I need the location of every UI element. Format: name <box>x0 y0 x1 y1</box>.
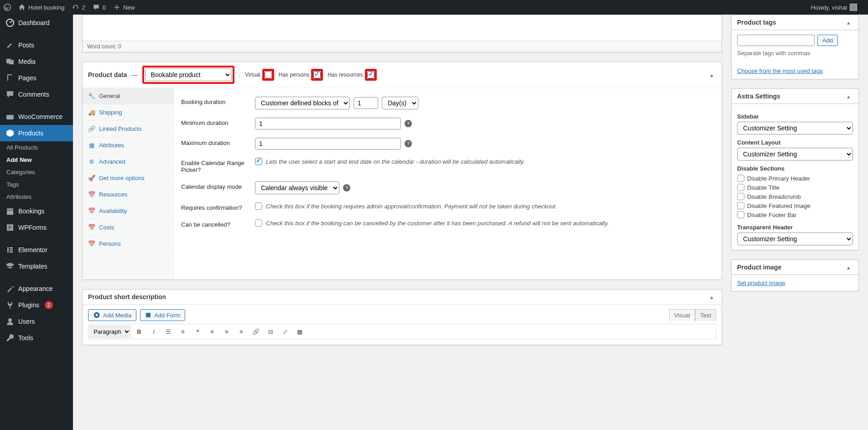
tag-input[interactable] <box>737 35 815 46</box>
menu-appearance[interactable]: Appearance <box>0 280 73 297</box>
requires-conf-checkbox[interactable] <box>255 202 262 210</box>
menu-tools[interactable]: Tools <box>0 330 73 346</box>
tab-linked[interactable]: 🔗Linked Products <box>83 121 173 137</box>
disable-sections-label: Disable Sections <box>737 165 853 172</box>
align-right-icon[interactable]: ≡ <box>235 325 248 338</box>
bold-icon[interactable]: B <box>133 325 146 338</box>
wp-logo[interactable] <box>0 0 15 15</box>
tab-general[interactable]: 🔧General <box>83 88 173 104</box>
virtual-checkbox[interactable] <box>265 71 272 78</box>
astra-content-select[interactable]: Customizer Setting <box>737 148 853 161</box>
collapse-icon[interactable]: ▴ <box>707 294 716 300</box>
kitchensink-icon[interactable]: ▦ <box>293 325 306 338</box>
menu-products-sub: All Products Add New Categories Tags Att… <box>0 141 73 203</box>
astra-transparent-select[interactable]: Customizer Setting <box>737 233 853 245</box>
disable-title-checkbox[interactable] <box>737 184 744 191</box>
howdy-link[interactable]: Howdy, vishal <box>807 0 861 15</box>
collapse-icon[interactable]: ▴ <box>844 19 853 26</box>
add-tag-button[interactable]: Add <box>817 35 838 46</box>
tab-availability[interactable]: 📅Availability <box>83 203 173 219</box>
set-product-image-link[interactable]: Set product image <box>737 280 785 286</box>
cal-mode-select[interactable]: Calendar always visible <box>255 181 339 194</box>
align-left-icon[interactable]: ≡ <box>206 325 218 338</box>
has-resources-checkbox[interactable] <box>367 71 374 78</box>
tab-attributes[interactable]: ▦Attributes <box>83 137 173 154</box>
submenu-categories[interactable]: Categories <box>0 166 73 178</box>
menu-bookings[interactable]: Bookings <box>0 203 73 219</box>
tab-shipping[interactable]: 🚚Shipping <box>83 104 173 121</box>
tags-hint: Separate tags with commas <box>737 50 853 57</box>
product-type-select[interactable]: Bookable product <box>145 68 232 81</box>
submenu-add-new[interactable]: Add New <box>0 154 73 166</box>
transparent-header-label: Transparent Header <box>737 224 853 231</box>
menu-pages[interactable]: Pages <box>0 70 73 86</box>
menu-dashboard[interactable]: Dashboard <box>0 15 73 31</box>
most-used-tags-link[interactable]: Choose from the most used tags <box>737 67 823 74</box>
italic-icon[interactable]: I <box>147 325 160 338</box>
updates-link[interactable]: 2 <box>68 0 89 15</box>
svg-point-13 <box>96 314 98 316</box>
menu-woocommerce[interactable]: WooCommerce <box>0 109 73 125</box>
align-center-icon[interactable]: ≡ <box>220 325 233 338</box>
submenu-attributes[interactable]: Attributes <box>0 191 73 203</box>
disable-footer-checkbox[interactable] <box>737 211 744 218</box>
collapse-icon[interactable]: ▴ <box>844 93 853 100</box>
disable-header-checkbox[interactable] <box>737 175 744 182</box>
range-picker-checkbox[interactable] <box>255 158 262 165</box>
min-duration-label: Minimum duration <box>181 118 249 126</box>
bullet-list-icon[interactable]: ☰ <box>162 325 175 338</box>
format-select[interactable]: Paragraph <box>89 326 131 338</box>
number-list-icon[interactable]: ≡ <box>177 325 189 338</box>
cancellable-checkbox[interactable] <box>255 219 262 227</box>
editor-tab-text[interactable]: Text <box>695 309 716 321</box>
menu-templates[interactable]: Templates <box>0 258 73 275</box>
menu-media[interactable]: Media <box>0 53 73 70</box>
has-persons-checkbox[interactable] <box>313 71 321 78</box>
menu-products[interactable]: Products <box>0 125 73 141</box>
site-link[interactable]: Hotel booking <box>15 0 68 15</box>
comments-link[interactable]: 0 <box>89 0 109 15</box>
cancellable-label: Can be cancelled? <box>181 219 249 228</box>
submenu-tags[interactable]: Tags <box>0 178 73 191</box>
menu-elementor[interactable]: Elementor <box>0 242 73 258</box>
menu-users[interactable]: Users <box>0 313 73 330</box>
menu-posts[interactable]: Posts <box>0 37 73 53</box>
tab-advanced[interactable]: ⚙Advanced <box>83 154 173 170</box>
disable-breadcrumb-checkbox[interactable] <box>737 193 744 200</box>
tab-costs[interactable]: 📅Costs <box>83 219 173 236</box>
fullscreen-icon[interactable]: ⤢ <box>279 325 291 338</box>
range-picker-desc: Lets the user select a start and end dat… <box>266 158 525 165</box>
add-form-button[interactable]: Add Form <box>140 309 185 321</box>
tab-get-more[interactable]: 🚀Get more options <box>83 170 173 187</box>
tab-persons[interactable]: 📅Persons <box>83 236 173 252</box>
readmore-icon[interactable]: ⊟ <box>264 325 277 338</box>
requires-conf-label: Requires confirmation? <box>181 202 249 211</box>
help-icon[interactable]: ? <box>405 140 412 147</box>
max-duration-input[interactable] <box>255 138 401 150</box>
editor-tab-visual[interactable]: Visual <box>669 309 695 321</box>
astra-sidebar-select[interactable]: Customizer Setting <box>737 122 853 135</box>
link-icon[interactable]: 🔗 <box>249 325 262 338</box>
menu-comments[interactable]: Comments <box>0 86 73 103</box>
collapse-icon[interactable]: ▴ <box>707 72 716 78</box>
new-link[interactable]: New <box>109 0 139 15</box>
svg-rect-3 <box>8 75 13 82</box>
booking-duration-mode[interactable]: Customer defined blocks of <box>255 97 350 109</box>
collapse-icon[interactable]: ▴ <box>844 264 853 271</box>
booking-duration-unit[interactable]: Day(s) <box>382 97 418 109</box>
booking-duration-qty[interactable] <box>353 97 378 109</box>
quote-icon[interactable]: ❝ <box>191 325 204 338</box>
disable-featured-checkbox[interactable] <box>737 202 744 209</box>
product-data-panel: Product data — Bookable product | Virtua… <box>82 62 722 280</box>
min-duration-input[interactable] <box>255 118 401 130</box>
submenu-all-products[interactable]: All Products <box>0 141 73 154</box>
menu-plugins[interactable]: Plugins2 <box>0 297 73 313</box>
avatar <box>850 4 857 11</box>
menu-wpforms[interactable]: WPForms <box>0 219 73 236</box>
tab-resources[interactable]: 📅Resources <box>83 187 173 203</box>
help-icon[interactable]: ? <box>405 120 412 127</box>
product-type-highlight: Bookable product <box>142 66 234 84</box>
help-icon[interactable]: ? <box>343 184 350 192</box>
svg-point-11 <box>8 318 12 322</box>
add-media-button[interactable]: Add Media <box>88 309 136 321</box>
